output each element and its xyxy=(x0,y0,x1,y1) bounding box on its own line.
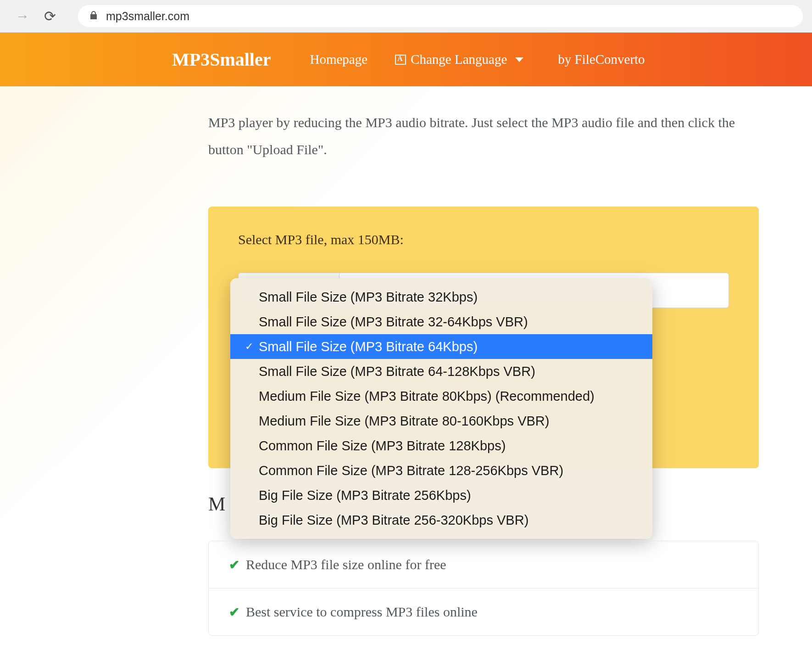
nav-by-label: by FileConverto xyxy=(558,52,645,67)
site-header: MP3Smaller Homepage Change Language by F… xyxy=(0,33,812,86)
bitrate-option-label: Small File Size (MP3 Bitrate 32Kbps) xyxy=(259,290,478,305)
nav-language-label: Change Language xyxy=(411,52,507,67)
bitrate-option[interactable]: ✓Medium File Size (MP3 Bitrate 80-160Kbp… xyxy=(230,409,652,433)
nav-by-fileconverto[interactable]: by FileConverto xyxy=(558,52,645,67)
nav-homepage-label: Homepage xyxy=(310,52,368,67)
site-logo[interactable]: MP3Smaller xyxy=(172,49,271,70)
bitrate-option[interactable]: ✓Small File Size (MP3 Bitrate 32Kbps) xyxy=(230,285,652,309)
bitrate-option[interactable]: ✓Common File Size (MP3 Bitrate 128-256Kb… xyxy=(230,458,652,483)
bitrate-option-label: Small File Size (MP3 Bitrate 32-64Kbps V… xyxy=(259,314,528,330)
bitrate-option-label: Small File Size (MP3 Bitrate 64Kbps) xyxy=(259,339,478,354)
check-icon: ✔ xyxy=(229,557,239,572)
intro-paragraph: MP3 player by reducing the MP3 audio bit… xyxy=(208,86,759,163)
browser-toolbar: → ⟳ mp3smaller.com xyxy=(0,0,812,33)
bitrate-option[interactable]: ✓Small File Size (MP3 Bitrate 32-64Kbps … xyxy=(230,309,652,334)
refresh-icon[interactable]: ⟳ xyxy=(36,8,64,25)
address-bar[interactable]: mp3smaller.com xyxy=(78,5,803,27)
nav-homepage[interactable]: Homepage xyxy=(310,52,368,67)
bitrate-option-label: Big File Size (MP3 Bitrate 256-320Kbps V… xyxy=(259,513,528,528)
feature-item: ✔ Reduce MP3 file size online for free xyxy=(209,541,758,588)
language-icon xyxy=(395,55,406,65)
chevron-down-icon xyxy=(515,57,523,62)
page-body: MP3 player by reducing the MP3 audio bit… xyxy=(0,86,812,650)
upload-label: Select MP3 file, max 150MB: xyxy=(238,232,729,247)
bitrate-option[interactable]: ✓Big File Size (MP3 Bitrate 256-320Kbps … xyxy=(230,508,652,532)
bitrate-option-label: Medium File Size (MP3 Bitrate 80Kbps) (R… xyxy=(259,389,595,404)
nav-change-language[interactable]: Change Language xyxy=(395,52,523,67)
feature-text: Reduce MP3 file size online for free xyxy=(246,557,446,572)
bitrate-option-label: Medium File Size (MP3 Bitrate 80-160Kbps… xyxy=(259,414,549,429)
bitrate-dropdown-menu[interactable]: ✓Small File Size (MP3 Bitrate 32Kbps)✓Sm… xyxy=(230,278,652,539)
bitrate-option[interactable]: ✓Small File Size (MP3 Bitrate 64Kbps) xyxy=(230,334,652,359)
forward-arrow-icon: → xyxy=(9,8,36,24)
bitrate-option-label: Common File Size (MP3 Bitrate 128Kbps) xyxy=(259,438,506,454)
checkmark-icon: ✓ xyxy=(245,341,255,353)
bitrate-option-label: Common File Size (MP3 Bitrate 128-256Kbp… xyxy=(259,463,563,478)
bitrate-option-label: Small File Size (MP3 Bitrate 64-128Kbps … xyxy=(259,364,535,379)
url-text: mp3smaller.com xyxy=(106,10,189,23)
feature-text: Best service to compress MP3 files onlin… xyxy=(246,604,478,620)
bitrate-option[interactable]: ✓Big File Size (MP3 Bitrate 256Kbps) xyxy=(230,483,652,508)
bitrate-option[interactable]: ✓Small File Size (MP3 Bitrate 64-128Kbps… xyxy=(230,359,652,384)
feature-item: ✔ Best service to compress MP3 files onl… xyxy=(209,588,758,635)
bitrate-option[interactable]: ✓Common File Size (MP3 Bitrate 128Kbps) xyxy=(230,433,652,458)
section-heading-partial: M xyxy=(208,493,225,515)
check-icon: ✔ xyxy=(229,605,239,620)
features-list: ✔ Reduce MP3 file size online for free ✔… xyxy=(208,541,759,636)
bitrate-option[interactable]: ✓Medium File Size (MP3 Bitrate 80Kbps) (… xyxy=(230,384,652,409)
bitrate-option-label: Big File Size (MP3 Bitrate 256Kbps) xyxy=(259,488,471,503)
lock-icon xyxy=(89,11,98,22)
